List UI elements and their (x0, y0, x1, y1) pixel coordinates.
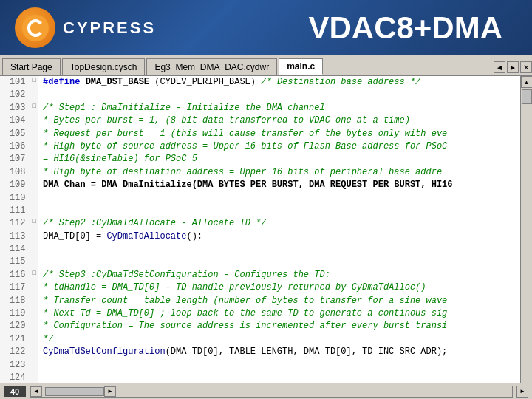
table-row: 114 (0, 243, 520, 256)
tab-close[interactable]: ✕ (520, 61, 532, 73)
table-row: 102 (0, 89, 520, 101)
scrollbar-horizontal[interactable]: ◄ ► (30, 386, 513, 398)
code-line: /* Step2 :CyDmaTdAllocate - Allocate TD … (38, 217, 520, 230)
expand-icon (30, 89, 38, 101)
code-line (38, 243, 520, 256)
header: CYPRESS VDAC8+DMA (0, 0, 532, 55)
tab-scroll-left[interactable]: ◄ (494, 61, 505, 73)
line-number: 107 (0, 153, 30, 166)
line-number: 104 (0, 115, 30, 127)
scroll-h-left[interactable]: ◄ (30, 386, 42, 397)
table-row: 113DMA_TD[0] = CyDmaTdAllocate(); (0, 231, 520, 243)
expand-icon (30, 140, 38, 153)
line-number: 102 (0, 89, 30, 101)
expand-icon (30, 282, 38, 294)
code-line (38, 192, 520, 205)
line-number: 110 (0, 192, 30, 205)
expand-icon (30, 295, 38, 307)
scroll-thumb-v[interactable] (522, 89, 532, 104)
tab-topdesign[interactable]: TopDesign.cysch (62, 58, 146, 75)
scroll-up-btn[interactable]: ▲ (521, 76, 533, 88)
svg-point-0 (22, 15, 49, 41)
code-line: /* Step3 :CyDmaTdSetConfiguration - Conf… (38, 269, 520, 282)
line-number: 112 (0, 217, 30, 230)
line-number: 120 (0, 320, 30, 332)
table-row: 105 * Request per burst = 1 (this will c… (0, 128, 520, 140)
line-number: 103 (0, 102, 30, 115)
table-row: 115 (0, 256, 520, 268)
expand-icon[interactable]: - (30, 179, 38, 191)
code-line: = HI16(&sineTable) for PSoC 5 (38, 153, 520, 166)
expand-icon[interactable]: □ (30, 76, 38, 89)
line-number: 121 (0, 333, 30, 346)
table-row: 121 */ (0, 333, 520, 346)
code-line (38, 205, 520, 217)
tab-main-c[interactable]: main.c (279, 58, 323, 75)
code-line: * Request per burst = 1 (this will cause… (38, 128, 520, 140)
expand-icon (30, 115, 38, 127)
code-line (38, 256, 520, 268)
expand-icon[interactable]: □ (30, 102, 38, 115)
code-line: * High byte of source address = Upper 16… (38, 140, 520, 153)
scroll-h-right[interactable]: ► (104, 386, 116, 397)
code-line: * High byte of destination address = Upp… (38, 166, 520, 179)
line-number: 109 (0, 179, 30, 191)
code-line: /* Step1 : DmaInitialize - Initialize th… (38, 102, 520, 115)
code-line (38, 89, 520, 101)
expand-icon (30, 256, 38, 268)
table-row: 104 * Bytes per burst = 1, (8 bit data t… (0, 115, 520, 127)
line-number: 111 (0, 205, 30, 217)
table-row: 103□/* Step1 : DmaInitialize - Initializ… (0, 102, 520, 115)
code-line: * tdHandle = DMA_TD[0] - TD handle previ… (38, 282, 520, 294)
scroll-thumb-h[interactable] (45, 387, 104, 396)
expand-icon (30, 128, 38, 140)
code-line: #define DMA_DST_BASE (CYDEV_PERIPH_BASE)… (38, 76, 520, 89)
line-number: 123 (0, 359, 30, 372)
line-number: 117 (0, 282, 30, 294)
line-number: 122 (0, 346, 30, 358)
table-row: 106 * High byte of source address = Uppe… (0, 140, 520, 153)
code-line: * Next Td = DMA_TD[0] ; loop back to the… (38, 307, 520, 320)
scrollbar-vertical[interactable]: ▲ (520, 76, 532, 383)
tab-bar: Start Page TopDesign.cysch Eg3_Mem_DMA_D… (0, 55, 532, 76)
scroll-right-end[interactable]: ► (516, 386, 528, 398)
page-title: VDAC8+DMA (308, 10, 502, 46)
expand-icon (30, 205, 38, 217)
bottom-bar: 40 ◄ ► ► (0, 383, 532, 399)
table-row: 122CyDmaTdSetConfiguration(DMA_TD[0], TA… (0, 346, 520, 358)
table-row: 117 * tdHandle = DMA_TD[0] - TD handle p… (0, 282, 520, 294)
line-number: 108 (0, 166, 30, 179)
expand-icon (30, 307, 38, 320)
table-row: 124 (0, 372, 520, 383)
line-number: 118 (0, 295, 30, 307)
tab-start-page[interactable]: Start Page (2, 58, 61, 75)
expand-icon (30, 359, 38, 372)
code-line: */ (38, 333, 520, 346)
tab-dac[interactable]: Eg3_Mem_DMA_DAC.cydwr (146, 58, 277, 75)
table-row: 119 * Next Td = DMA_TD[0] ; loop back to… (0, 307, 520, 320)
line-number: 114 (0, 243, 30, 256)
line-number: 106 (0, 140, 30, 153)
code-table: 101□#define DMA_DST_BASE (CYDEV_PERIPH_B… (0, 76, 520, 383)
logo-area: CYPRESS (15, 7, 156, 48)
expand-icon (30, 372, 38, 383)
expand-icon (30, 153, 38, 166)
code-line (38, 372, 520, 383)
line-number: 124 (0, 372, 30, 383)
expand-icon (30, 166, 38, 179)
table-row: 108 * High byte of destination address =… (0, 166, 520, 179)
expand-icon (30, 231, 38, 243)
table-row: 109-DMA_Chan = DMA_DmaInitialize(DMA_BYT… (0, 179, 520, 191)
code-container: 101□#define DMA_DST_BASE (CYDEV_PERIPH_B… (0, 76, 520, 383)
expand-icon[interactable]: □ (30, 217, 38, 230)
cypress-label: CYPRESS (63, 18, 156, 38)
table-row: 123 (0, 359, 520, 372)
table-row: 118 * Transfer count = table_length (num… (0, 295, 520, 307)
cypress-logo (15, 7, 55, 48)
expand-icon[interactable]: □ (30, 269, 38, 282)
tab-scroll-right[interactable]: ► (507, 61, 519, 73)
table-row: 101□#define DMA_DST_BASE (CYDEV_PERIPH_B… (0, 76, 520, 89)
table-row: 111 (0, 205, 520, 217)
code-line: * Configuration = The source address is … (38, 320, 520, 332)
line-number: 105 (0, 128, 30, 140)
